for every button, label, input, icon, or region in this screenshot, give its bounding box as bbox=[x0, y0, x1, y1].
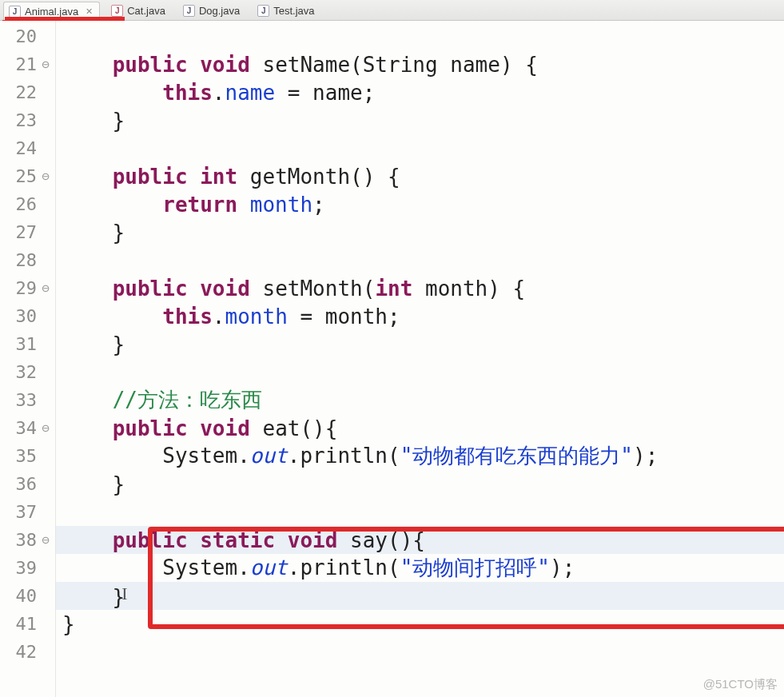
line-number: 33 bbox=[0, 390, 38, 410]
code-line[interactable] bbox=[56, 22, 784, 50]
code-line[interactable]: public void setMonth(int month) { bbox=[56, 274, 784, 302]
line-number-gutter: 2021⊖22232425⊖26272829⊖3031323334⊖353637… bbox=[0, 21, 56, 697]
code-area[interactable]: public void setName(String name) { this.… bbox=[56, 21, 784, 697]
tab-cat-java[interactable]: J Cat.java bbox=[106, 2, 172, 21]
line-number: 34 bbox=[0, 418, 38, 438]
close-icon[interactable]: ✕ bbox=[86, 6, 93, 17]
code-line[interactable]: return month; bbox=[56, 190, 784, 218]
line-number: 23 bbox=[0, 110, 38, 130]
line-number: 39 bbox=[0, 558, 38, 578]
tab-label: Dog.java bbox=[199, 5, 240, 17]
code-line[interactable]: } bbox=[56, 582, 784, 610]
tab-label: Cat.java bbox=[127, 5, 165, 17]
code-line[interactable]: System.out.println("动物间打招呼"); bbox=[56, 554, 784, 582]
watermark: @51CTO博客 bbox=[703, 677, 778, 692]
code-line[interactable]: public void eat(){ bbox=[56, 414, 784, 442]
code-line[interactable]: System.out.println("动物都有吃东西的能力"); bbox=[56, 442, 784, 470]
tab-test-java[interactable]: J Test.java bbox=[253, 2, 320, 21]
line-number: 20 bbox=[0, 26, 38, 46]
editor-tab-bar: J Animal.java ✕ J Cat.java J Dog.java J … bbox=[0, 0, 784, 21]
line-number: 28 bbox=[0, 250, 38, 270]
java-file-icon: J bbox=[183, 5, 195, 17]
tab-label: Animal.java bbox=[25, 6, 78, 18]
line-number: 38 bbox=[0, 530, 38, 550]
line-number: 24 bbox=[0, 138, 38, 158]
line-number: 32 bbox=[0, 362, 38, 382]
fold-marker[interactable]: ⊖ bbox=[38, 169, 53, 184]
code-line[interactable] bbox=[56, 358, 784, 386]
line-number: 30 bbox=[0, 306, 38, 326]
line-number: 21 bbox=[0, 54, 38, 74]
line-number: 35 bbox=[0, 446, 38, 466]
line-number: 25 bbox=[0, 166, 38, 186]
code-line[interactable]: } bbox=[56, 218, 784, 246]
line-number: 42 bbox=[0, 642, 38, 662]
fold-marker[interactable]: ⊖ bbox=[38, 532, 53, 548]
code-line[interactable]: public static void say(){ bbox=[56, 526, 784, 554]
line-number: 36 bbox=[0, 474, 38, 494]
tab-animal-java[interactable]: J Animal.java ✕ bbox=[3, 2, 100, 21]
code-line[interactable]: this.month = month; bbox=[56, 302, 784, 330]
line-number: 37 bbox=[0, 502, 38, 522]
line-number: 41 bbox=[0, 614, 38, 634]
line-number: 29 bbox=[0, 278, 38, 298]
code-line[interactable] bbox=[56, 134, 784, 162]
line-number: 22 bbox=[0, 82, 38, 102]
fold-marker[interactable]: ⊖ bbox=[38, 57, 53, 72]
code-line[interactable]: } bbox=[56, 610, 784, 638]
code-line[interactable]: this.name = name; bbox=[56, 78, 784, 106]
java-file-icon: J bbox=[9, 6, 21, 18]
java-file-icon: J bbox=[257, 5, 269, 17]
text-cursor bbox=[125, 583, 126, 604]
tab-dog-java[interactable]: J Dog.java bbox=[178, 2, 246, 21]
line-number: 31 bbox=[0, 334, 38, 354]
code-line[interactable]: } bbox=[56, 330, 784, 358]
line-number: 40 bbox=[0, 586, 38, 606]
code-editor[interactable]: 2021⊖22232425⊖26272829⊖3031323334⊖353637… bbox=[0, 21, 784, 697]
line-number: 27 bbox=[0, 222, 38, 242]
code-line[interactable]: public void setName(String name) { bbox=[56, 50, 784, 78]
code-line[interactable]: } bbox=[56, 106, 784, 134]
fold-marker[interactable]: ⊖ bbox=[38, 281, 53, 296]
code-line[interactable] bbox=[56, 246, 784, 274]
code-line[interactable]: } bbox=[56, 470, 784, 498]
java-file-icon: J bbox=[111, 5, 123, 17]
code-line[interactable] bbox=[56, 638, 784, 666]
fold-marker[interactable]: ⊖ bbox=[38, 420, 53, 436]
code-line[interactable]: //方法：吃东西 bbox=[56, 386, 784, 414]
code-line[interactable] bbox=[56, 498, 784, 526]
tab-label: Test.java bbox=[273, 5, 314, 17]
code-line[interactable]: public int getMonth() { bbox=[56, 162, 784, 190]
line-number: 26 bbox=[0, 194, 38, 214]
